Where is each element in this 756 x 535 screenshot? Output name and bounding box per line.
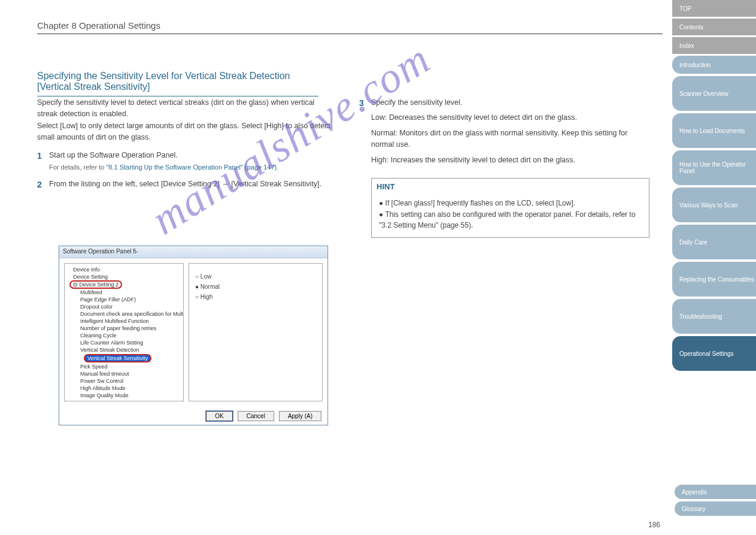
tree-multifeed[interactable]: Multifeed (67, 289, 181, 296)
chapter-heading: Chapter 8 Operational Settings (37, 20, 160, 31)
sidebar-nav: TOP Contents Index Introduction Scanner … (670, 0, 756, 535)
sidebar-glossary[interactable]: Glossary (675, 501, 756, 516)
sidebar-operational-settings[interactable]: Operational Settings (672, 336, 756, 371)
cancel-button[interactable]: Cancel (238, 411, 274, 421)
hint-bullet-1: ● If [Clean glass!] frequently flashes o… (379, 198, 642, 209)
body-text-left: Specify the sensitivity level to detect … (37, 97, 330, 198)
sidebar-appendix[interactable]: Appendix (675, 485, 756, 499)
page-number: 186 (648, 521, 660, 529)
tree-intelligent-multifeed[interactable]: Intelligent Multifeed Function (67, 318, 181, 325)
tree-life-counter-alarm[interactable]: Life Counter Alarm Setting (67, 339, 181, 346)
radio-high[interactable]: High (195, 294, 316, 300)
step-3-number: 3 (359, 97, 371, 238)
intro-paragraph: Specify the sensitivity level to detect … (37, 97, 330, 144)
top-rule (37, 34, 663, 34)
sidebar-replacing-consumables[interactable]: Replacing the Consumables (672, 262, 756, 297)
option-high: High: Increases the sensitivity level to… (371, 155, 649, 166)
tree-device-info[interactable]: Device Info (67, 266, 181, 273)
step-1-ref-link[interactable]: "8.1 Starting Up the Software Operation … (106, 164, 277, 171)
tree-vertical-streak-detection[interactable]: Vertical Streak Detection (67, 346, 181, 353)
step-1-hint-prefix: For details, refer to (49, 164, 106, 171)
sidebar-index[interactable]: Index (672, 37, 756, 54)
sidebar-troubleshooting[interactable]: Troubleshooting (672, 299, 756, 334)
sidebar-introduction[interactable]: Introduction (672, 56, 756, 74)
sidebar-scanner-overview[interactable]: Scanner Overview (672, 76, 756, 111)
tree-image-quality-mode[interactable]: Image Quality Mode (67, 392, 181, 399)
step-2-number: 2 (37, 179, 49, 192)
hint-ref-link[interactable]: "3.2 Setting Menu" (page 55) (379, 221, 471, 229)
hint-bullet-2: ● This setting can also be configured wi… (379, 209, 642, 231)
software-operation-panel-dialog: Software Operation Panel fi- Device Info… (59, 246, 328, 425)
sidebar-contents[interactable]: Contents (672, 19, 756, 35)
tree-power-sw-control[interactable]: Power Sw Control (67, 377, 181, 385)
apply-button[interactable]: Apply (A) (279, 411, 321, 421)
sidebar-load-documents[interactable]: How to Load Documents (672, 113, 756, 148)
radio-normal[interactable]: Normal (195, 283, 316, 290)
step-2-text: From the listing on the left, select [De… (49, 179, 330, 192)
ok-button[interactable]: OK (206, 411, 232, 421)
tree-dropout-color[interactable]: Dropout color (67, 303, 181, 310)
step-1-hint: For details, refer to "8.1 Starting Up t… (49, 162, 330, 173)
tree-paper-feed-retries[interactable]: Number of paper feeding retries (67, 325, 181, 332)
sidebar-operator-panel[interactable]: How to Use the Operator Panel (672, 150, 756, 185)
step-3: 3 Specify the sensitivity level. Low: De… (359, 97, 649, 238)
step-1: 1 Start up the Software Operation Panel.… (37, 150, 330, 173)
tree-panel[interactable]: Device Info Device Setting ⊟ Device Sett… (64, 263, 184, 401)
hint-box: HINT ● If [Clean glass!] frequently flas… (371, 178, 649, 238)
step-3-text: Specify the sensitivity level. (371, 97, 649, 108)
tree-doc-check-area[interactable]: Document check area specification for Mu… (67, 310, 181, 318)
options-panel: Low Normal High (189, 263, 323, 401)
option-low: Low: Decreases the sensitivity level to … (371, 112, 649, 123)
hint-heading: HINT (372, 179, 649, 195)
tree-device-setting-2[interactable]: ⊟ Device Setting 2 (69, 280, 122, 289)
section-title: Specifying the Sensitivity Level for Ver… (37, 71, 318, 96)
sidebar-daily-care[interactable]: Daily Care (672, 225, 756, 259)
body-text-right: 3 Specify the sensitivity level. Low: De… (359, 97, 649, 244)
tree-device-setting[interactable]: Device Setting (67, 273, 181, 280)
tree-manual-feed-timeout[interactable]: Manual feed timeout (67, 370, 181, 377)
tree-page-edge-filler[interactable]: Page Edge Filler (ADF) (67, 296, 181, 303)
step-1-text: Start up the Software Operation Panel. (49, 150, 330, 161)
tree-high-altitude-mode[interactable]: High Altitude Mode (67, 385, 181, 392)
step-1-number: 1 (37, 150, 49, 173)
step-2: 2 From the listing on the left, select [… (37, 179, 330, 192)
radio-low[interactable]: Low (195, 273, 316, 280)
option-normal: Normal: Monitors dirt on the glass with … (371, 128, 649, 151)
sidebar-ways-to-scan[interactable]: Various Ways to Scan (672, 188, 756, 222)
tree-vertical-streak-sensitivity[interactable]: Vertical Streak Sensitivity (78, 353, 151, 363)
tree-pick-speed[interactable]: Pick Speed (67, 363, 181, 370)
sidebar-top[interactable]: TOP (672, 0, 756, 17)
dialog-titlebar: Software Operation Panel fi- (59, 246, 327, 258)
step-1-hint-suffix: . (277, 164, 278, 171)
tree-cleaning-cycle[interactable]: Cleaning Cycle (67, 332, 181, 339)
